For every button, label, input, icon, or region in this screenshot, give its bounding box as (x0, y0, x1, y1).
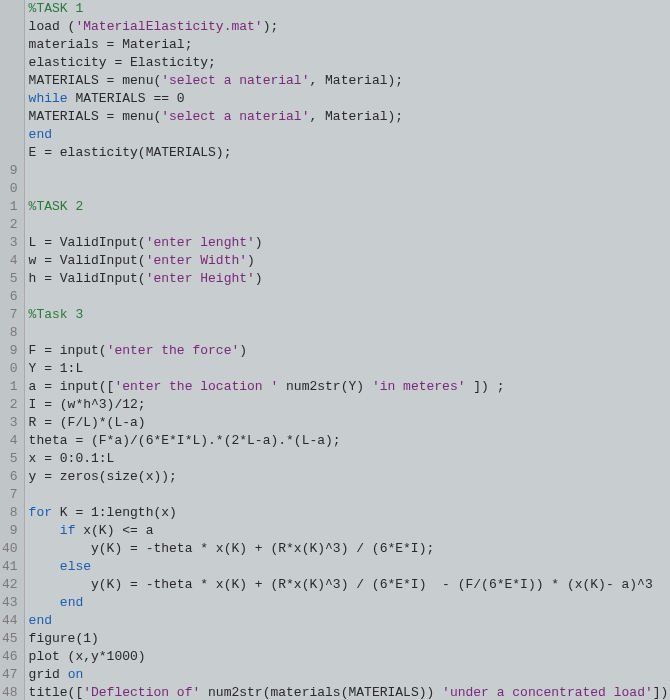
line-number: 48 (2, 684, 18, 700)
line-number: 6 (2, 288, 18, 306)
code-line[interactable]: y(K) = -theta * x(K) + (R*x(K)^3) / (6*E… (29, 540, 670, 558)
code-line[interactable]: materials = Material; (29, 36, 670, 54)
code-line[interactable]: elasticity = Elasticity; (29, 54, 670, 72)
line-number (2, 108, 18, 126)
code-line[interactable]: a = input(['enter the location ' num2str… (29, 378, 670, 396)
line-number: 47 (2, 666, 18, 684)
code-line[interactable]: y(K) = -theta * x(K) + (R*x(K)^3) / (6*E… (29, 576, 670, 594)
line-number: 5 (2, 270, 18, 288)
code-line[interactable] (29, 486, 670, 504)
line-number: 40 (2, 540, 18, 558)
line-number: 0 (2, 360, 18, 378)
line-number: 2 (2, 216, 18, 234)
line-number (2, 36, 18, 54)
line-number (2, 0, 18, 18)
code-line[interactable]: E = elasticity(MATERIALS); (29, 144, 670, 162)
line-number: 46 (2, 648, 18, 666)
code-line[interactable]: grid on (29, 666, 670, 684)
code-line[interactable]: w = ValidInput('enter Width') (29, 252, 670, 270)
line-number: 8 (2, 504, 18, 522)
line-number: 3 (2, 414, 18, 432)
code-line[interactable]: I = (w*h^3)/12; (29, 396, 670, 414)
line-number: 9 (2, 342, 18, 360)
line-number: 8 (2, 324, 18, 342)
code-line[interactable]: %Task 3 (29, 306, 670, 324)
code-line[interactable]: end (29, 126, 670, 144)
line-number: 2 (2, 396, 18, 414)
code-line[interactable]: load ('MaterialElasticity.mat'); (29, 18, 670, 36)
code-line[interactable]: for K = 1:length(x) (29, 504, 670, 522)
line-number: 3 (2, 234, 18, 252)
code-line[interactable] (29, 162, 670, 180)
line-number: 9 (2, 162, 18, 180)
code-line[interactable]: end (29, 612, 670, 630)
code-line[interactable]: MATERIALS = menu('select a naterial', Ma… (29, 72, 670, 90)
line-number (2, 126, 18, 144)
code-line[interactable]: x = 0:0.1:L (29, 450, 670, 468)
line-number: 5 (2, 450, 18, 468)
code-line[interactable]: theta = (F*a)/(6*E*I*L).*(2*L-a).*(L-a); (29, 432, 670, 450)
code-line[interactable]: end (29, 594, 670, 612)
line-number: 4 (2, 432, 18, 450)
line-number (2, 90, 18, 108)
code-line[interactable] (29, 180, 670, 198)
code-line[interactable]: else (29, 558, 670, 576)
line-number: 7 (2, 306, 18, 324)
line-number: 43 (2, 594, 18, 612)
code-line[interactable]: while MATERIALS == 0 (29, 90, 670, 108)
code-line[interactable] (29, 288, 670, 306)
code-line[interactable] (29, 216, 670, 234)
line-number: 6 (2, 468, 18, 486)
line-number: 1 (2, 378, 18, 396)
line-number: 42 (2, 576, 18, 594)
line-number-gutter: 9 0 1 2 3 4 5 6 7 8 9 0 1 2 3 4 5 6 7 8 … (0, 0, 25, 700)
code-line[interactable]: title(['Deflection of' num2str(materials… (29, 684, 670, 700)
line-number (2, 144, 18, 162)
line-number: 9 (2, 522, 18, 540)
code-line[interactable]: if x(K) <= a (29, 522, 670, 540)
code-line[interactable]: %TASK 1 (29, 0, 670, 18)
code-line[interactable]: plot (x,y*1000) (29, 648, 670, 666)
code-line[interactable]: F = input('enter the force') (29, 342, 670, 360)
line-number (2, 18, 18, 36)
code-line[interactable]: R = (F/L)*(L-a) (29, 414, 670, 432)
line-number: 0 (2, 180, 18, 198)
line-number: 44 (2, 612, 18, 630)
code-line[interactable]: L = ValidInput('enter lenght') (29, 234, 670, 252)
code-editor[interactable]: 9 0 1 2 3 4 5 6 7 8 9 0 1 2 3 4 5 6 7 8 … (0, 0, 670, 700)
line-number (2, 72, 18, 90)
line-number: 7 (2, 486, 18, 504)
code-line[interactable]: y = zeros(size(x)); (29, 468, 670, 486)
code-line[interactable]: %TASK 2 (29, 198, 670, 216)
code-line[interactable]: figure(1) (29, 630, 670, 648)
line-number: 4 (2, 252, 18, 270)
code-area[interactable]: %TASK 1 load ('MaterialElasticity.mat');… (25, 0, 670, 700)
line-number (2, 54, 18, 72)
line-number: 41 (2, 558, 18, 576)
code-line[interactable]: MATERIALS = menu('select a naterial', Ma… (29, 108, 670, 126)
code-line[interactable]: Y = 1:L (29, 360, 670, 378)
code-line[interactable]: h = ValidInput('enter Height') (29, 270, 670, 288)
code-line[interactable] (29, 324, 670, 342)
line-number: 45 (2, 630, 18, 648)
line-number: 1 (2, 198, 18, 216)
